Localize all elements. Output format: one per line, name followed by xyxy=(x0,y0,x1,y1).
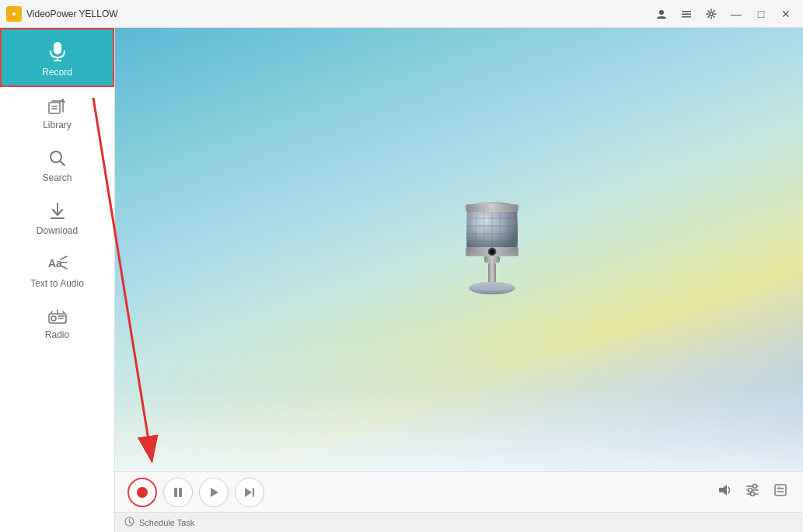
svg-line-16 xyxy=(60,162,65,166)
settings-icon-btn[interactable] xyxy=(700,3,722,25)
radio-icon xyxy=(47,308,68,325)
sidebar-text-to-audio-label: Text to Audio xyxy=(30,278,84,289)
sidebar-item-text-to-audio[interactable]: Aa Text to Audio xyxy=(0,244,114,297)
player-right-controls xyxy=(714,480,791,504)
svg-rect-48 xyxy=(488,263,496,284)
download-icon xyxy=(48,202,67,221)
svg-marker-56 xyxy=(719,485,727,495)
svg-rect-63 xyxy=(775,485,786,495)
sidebar: Record Library xyxy=(0,28,115,532)
svg-point-46 xyxy=(490,249,491,251)
record-dot xyxy=(137,487,148,498)
sidebar-record-label: Record xyxy=(42,67,72,78)
sidebar-search-label: Search xyxy=(42,172,72,183)
svg-text:Aa: Aa xyxy=(48,257,62,269)
volume-button[interactable] xyxy=(714,480,735,504)
user-icon-btn[interactable] xyxy=(651,3,672,25)
window-controls: — □ ✕ xyxy=(651,3,797,25)
svg-rect-52 xyxy=(179,488,182,497)
equalizer-button[interactable] xyxy=(742,480,763,504)
svg-line-69 xyxy=(130,522,132,523)
svg-rect-47 xyxy=(484,256,500,263)
sidebar-download-label: Download xyxy=(37,225,78,236)
status-bar: Schedule Task xyxy=(115,512,803,532)
svg-rect-5 xyxy=(682,11,691,12)
sidebar-item-search[interactable]: Search xyxy=(0,138,114,191)
schedule-task-label: Schedule Task xyxy=(139,518,194,527)
close-button[interactable]: ✕ xyxy=(775,3,797,25)
sidebar-item-record[interactable]: Record xyxy=(0,28,114,87)
menu-icon-btn[interactable] xyxy=(676,3,697,25)
sidebar-radio-label: Radio xyxy=(45,329,69,340)
svg-point-62 xyxy=(751,492,755,496)
background-image xyxy=(115,28,803,471)
svg-point-50 xyxy=(470,282,514,291)
svg-rect-42 xyxy=(466,204,518,212)
svg-point-24 xyxy=(51,316,56,321)
record-button[interactable] xyxy=(127,478,157,507)
svg-point-58 xyxy=(749,489,752,492)
svg-marker-54 xyxy=(245,488,252,497)
app-title: VideoPower YELLOW xyxy=(26,9,118,19)
svg-rect-9 xyxy=(54,42,61,54)
svg-point-60 xyxy=(753,485,757,489)
svg-point-8 xyxy=(710,12,713,16)
svg-rect-6 xyxy=(682,13,691,15)
content-area: Schedule Task xyxy=(115,28,803,532)
svg-point-4 xyxy=(659,10,664,15)
svg-marker-53 xyxy=(211,488,218,497)
library-icon xyxy=(47,98,68,115)
minimize-button[interactable]: — xyxy=(725,3,747,25)
sidebar-item-library[interactable]: Library xyxy=(0,87,114,138)
title-bar: VideoPower YELLOW — □ xyxy=(0,0,803,28)
maximize-button[interactable]: □ xyxy=(750,3,772,25)
sidebar-library-label: Library xyxy=(43,120,72,130)
search-icon xyxy=(48,149,67,168)
svg-rect-12 xyxy=(49,103,60,113)
sidebar-item-download[interactable]: Download xyxy=(0,191,114,244)
play-button[interactable] xyxy=(199,478,229,507)
playlist-button[interactable] xyxy=(770,480,791,504)
schedule-icon xyxy=(124,516,134,528)
player-bar xyxy=(115,471,803,512)
svg-rect-51 xyxy=(174,488,177,497)
microphone-illustration xyxy=(438,173,546,313)
svg-point-3 xyxy=(12,12,16,16)
svg-rect-55 xyxy=(253,488,254,497)
sidebar-item-radio[interactable]: Radio xyxy=(0,297,114,348)
app-icon xyxy=(6,6,22,22)
pause-button[interactable] xyxy=(163,478,193,507)
text-to-audio-icon: Aa xyxy=(47,255,68,273)
svg-rect-7 xyxy=(682,16,691,18)
title-left: VideoPower YELLOW xyxy=(6,6,118,22)
mic-icon xyxy=(47,40,68,62)
main-container: Record Library xyxy=(0,28,803,532)
skip-button[interactable] xyxy=(235,478,264,507)
